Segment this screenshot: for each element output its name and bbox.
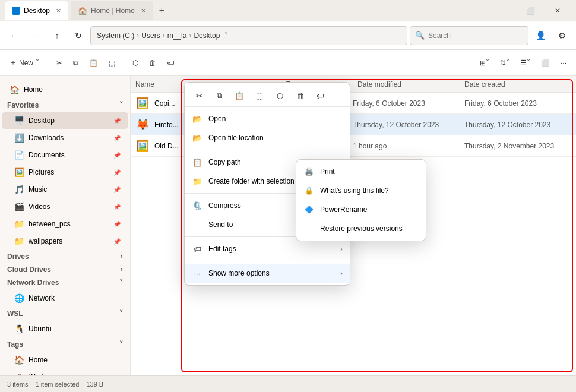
add-tab-button[interactable]: +: [156, 5, 168, 16]
ctx-copy-button[interactable]: ⧉: [210, 87, 229, 104]
cloud-drives-header[interactable]: Cloud Drives ›: [0, 263, 130, 276]
ctx-more-arrow: ›: [340, 270, 343, 277]
paste-button[interactable]: 📋: [84, 53, 103, 72]
details-pane-button[interactable]: ⬜: [536, 53, 555, 72]
ctx-edit-tags[interactable]: 🏷 Edit tags ›: [185, 239, 350, 258]
ctx-open[interactable]: 📂 Open: [185, 109, 350, 128]
submenu-whats-using[interactable]: 🔒 What's using this file?: [296, 181, 426, 200]
view-toggle-button[interactable]: ⊞˅: [475, 53, 494, 72]
music-pin-icon: 📌: [113, 186, 121, 193]
tags-header[interactable]: Tags ˅: [0, 338, 130, 351]
toolbar-separator-2: [124, 57, 124, 69]
back-button[interactable]: ←: [5, 26, 24, 45]
sidebar-item-music[interactable]: 🎵 Music 📌: [2, 181, 128, 198]
breadcrumb-user[interactable]: m__la: [167, 31, 187, 40]
sidebar-home-label: Home: [24, 86, 121, 94]
submenu-power-rename[interactable]: 🔷 PowerRename: [296, 200, 426, 219]
status-bar: 3 items 1 item selected 139 B: [0, 375, 576, 392]
sort-button[interactable]: ⇅˅: [495, 53, 514, 72]
ctx-delete-button[interactable]: 🗑: [290, 87, 309, 104]
breadcrumb-system[interactable]: System (C:): [97, 31, 134, 40]
col-created-header[interactable]: Date created: [464, 80, 571, 88]
toolbar-separator-1: [48, 57, 48, 69]
forward-button[interactable]: →: [26, 26, 45, 45]
cloud-drives-label: Cloud Drives: [7, 265, 51, 274]
ctx-share-button[interactable]: ⬡: [270, 87, 289, 104]
file-modified-2: 1 hour ago: [353, 142, 460, 150]
ctx-copy-path-label: Copy path: [208, 158, 301, 166]
sidebar-item-tag-home[interactable]: 🏠 Home: [2, 352, 128, 368]
submenu-power-rename-label: PowerRename: [320, 206, 367, 214]
file-created-2: Thursday, 2 November 2023: [464, 142, 571, 150]
tab-close-home[interactable]: ✕: [141, 7, 146, 15]
sidebar-item-tag-work[interactable]: 💼 Work: [2, 369, 128, 375]
sidebar-item-ubuntu[interactable]: 🐧 Ubuntu: [2, 321, 128, 337]
tab-close-desktop[interactable]: ✕: [56, 7, 61, 15]
close-button[interactable]: ✕: [544, 1, 571, 20]
sidebar-item-network[interactable]: 🌐 Network: [2, 290, 128, 306]
downloads-pin-icon: 📌: [113, 135, 121, 141]
ctx-tag-button[interactable]: 🏷: [311, 87, 330, 104]
tag-button[interactable]: 🏷: [162, 53, 179, 72]
account-button[interactable]: 👤: [531, 26, 550, 45]
ctx-compress-icon: 🗜️: [192, 200, 202, 211]
up-button[interactable]: ↑: [48, 26, 67, 45]
breadcrumb-current[interactable]: Desktop: [194, 31, 220, 40]
maximize-button[interactable]: ⬜: [517, 1, 544, 20]
favorites-header[interactable]: Favorites ˅: [0, 99, 130, 112]
sidebar-item-pictures[interactable]: 🖼️ Pictures 📌: [2, 164, 128, 181]
rename-button[interactable]: ⬚: [104, 53, 120, 72]
cut-button[interactable]: ✂: [52, 53, 67, 72]
tab-home[interactable]: 🏠 Home | Home ✕: [71, 1, 153, 20]
ctx-rename-button[interactable]: ⬚: [250, 87, 269, 104]
minimize-button[interactable]: —: [489, 1, 517, 20]
sidebar-item-downloads[interactable]: ⬇️ Downloads 📌: [2, 129, 128, 146]
ctx-cut-button[interactable]: ✂: [189, 87, 208, 104]
sidebar-item-desktop[interactable]: 🖥️ Desktop 📌: [2, 112, 128, 129]
home-icon: 🏠: [10, 85, 19, 94]
file-icon-2: 🖼️: [135, 139, 150, 153]
ctx-paste-button[interactable]: 📋: [230, 87, 249, 104]
wsl-header[interactable]: WSL ˅: [0, 307, 130, 320]
new-icon: ＋: [10, 58, 17, 68]
pictures-pin-icon: 📌: [113, 169, 121, 176]
new-button[interactable]: ＋ New ˅: [5, 53, 44, 72]
tag-work-icon: 💼: [14, 372, 24, 375]
desktop-icon: 🖥️: [14, 116, 24, 125]
documents-pin-icon: 📌: [113, 152, 121, 159]
more-button[interactable]: ···: [556, 53, 571, 72]
submenu-print[interactable]: 🖨️ Print: [296, 162, 426, 181]
sidebar-item-home[interactable]: 🏠 Home: [2, 81, 128, 98]
breadcrumb-users[interactable]: Users: [141, 31, 160, 40]
tab-desktop[interactable]: Desktop ✕: [5, 1, 68, 20]
settings-button[interactable]: ⚙: [552, 26, 571, 45]
submenu-restore-versions[interactable]: Restore previous versions: [296, 219, 426, 238]
sidebar-item-videos[interactable]: 🎬 Videos 📌: [2, 198, 128, 215]
drives-header[interactable]: Drives ›: [0, 250, 130, 263]
file-created-1: Thursday, 12 October 2023: [464, 121, 571, 129]
sidebar: 🏠 Home Favorites ˅ 🖥️ Desktop 📌 ⬇️ Downl…: [0, 76, 131, 375]
search-input[interactable]: [428, 31, 523, 40]
wallpapers-icon: 📁: [14, 236, 24, 246]
drives-collapse-icon: ›: [121, 252, 123, 261]
refresh-button[interactable]: ↻: [69, 26, 88, 45]
sidebar-item-wallpapers[interactable]: 📁 wallpapers 📌: [2, 233, 128, 249]
wsl-collapse-icon: ˅: [119, 309, 123, 318]
network-drives-header[interactable]: Network Drives ˅: [0, 276, 130, 289]
delete-button[interactable]: 🗑: [144, 53, 161, 72]
sidebar-item-between-pcs[interactable]: 📁 between_pcs 📌: [2, 216, 128, 232]
sidebar-item-documents[interactable]: 📄 Documents 📌: [2, 147, 128, 163]
ctx-edit-tags-icon: 🏷: [192, 244, 202, 254]
copy-button[interactable]: ⧉: [68, 53, 83, 72]
layout-button[interactable]: ☰˅: [515, 53, 535, 72]
ctx-more-options[interactable]: ··· Show more options ›: [185, 264, 350, 283]
ctx-edit-tags-label: Edit tags: [208, 245, 334, 253]
breadcrumb-dropdown[interactable]: ˅: [224, 31, 228, 40]
breadcrumb[interactable]: System (C:) › Users › m__la › Desktop ˅: [90, 26, 407, 45]
submenu-restore-label: Restore previous versions: [320, 225, 403, 233]
ctx-open-location[interactable]: 📂 Open file location: [185, 128, 350, 147]
videos-icon: 🎬: [14, 202, 24, 211]
search-bar[interactable]: 🔍: [410, 26, 528, 45]
col-modified-header[interactable]: Date modified: [357, 80, 464, 88]
share-button[interactable]: ⬡: [128, 53, 143, 72]
